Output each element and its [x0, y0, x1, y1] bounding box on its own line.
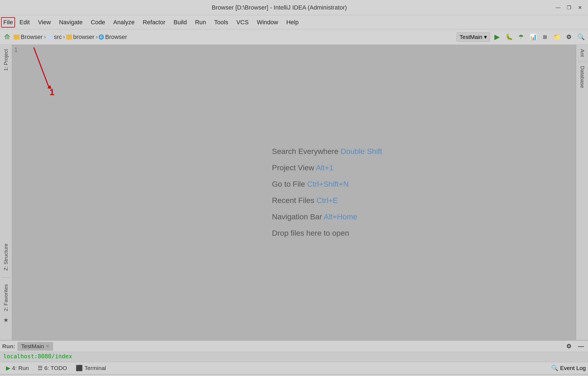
debug-button[interactable]: 🐛: [504, 32, 514, 42]
title-bar-text: Browser [D:\Browser] - IntelliJ IDEA (Ad…: [4, 4, 554, 11]
sidebar-item-structure[interactable]: Z: Structure: [2, 241, 10, 273]
src-folder-icon: [47, 35, 53, 40]
breadcrumb-class[interactable]: C Browser: [99, 34, 127, 41]
search-everywhere-button[interactable]: 🔍: [576, 32, 586, 42]
breadcrumb-src[interactable]: src: [47, 34, 62, 41]
hint-navigation-bar: Navigation Bar Alt+Home: [272, 213, 382, 221]
run-minimize-icon[interactable]: —: [576, 341, 586, 351]
run-tab-label: TestMain: [21, 343, 44, 350]
menu-item-window[interactable]: Window: [253, 17, 282, 28]
terminal-tab-icon: ⬛: [76, 365, 83, 371]
run-config-selector[interactable]: TestMain ▾: [457, 32, 490, 42]
run-output-text: localhost:8080/index: [3, 353, 72, 360]
toolbar: ⟰ Browser › src › browser › C Browser Te…: [0, 29, 588, 45]
bottom-tabs: ▶ 4: Run ☰ 6: TODO ⬛ Terminal 🔍 Event Lo…: [0, 362, 588, 374]
event-log-label: Event Log: [560, 365, 586, 371]
vcs-icon[interactable]: ⟰: [2, 32, 12, 42]
tab-run[interactable]: ▶ 4: Run: [2, 364, 33, 372]
right-sidebar-database[interactable]: Database: [578, 64, 586, 90]
hint-project-view: Project View Alt+1: [272, 163, 382, 172]
svg-marker-1: [47, 85, 51, 89]
menu-item-help[interactable]: Help: [283, 17, 302, 28]
line-numbers: 1: [12, 45, 28, 53]
right-sidebar-ant[interactable]: Ant: [578, 47, 586, 59]
menu-item-run[interactable]: Run: [191, 17, 210, 28]
toolbar-right: TestMain ▾ ▶ 🐛 ☂ 📊 ⏹ 📁 ⚙ 🔍: [457, 32, 586, 42]
run-label: Run:: [2, 343, 15, 350]
menu-bar: File Edit View Navigate Code Analyze Ref…: [0, 15, 588, 29]
sidebar-bottom: Z: Structure 2: Favorites ★: [2, 241, 10, 324]
tab-run-label: 4: Run: [12, 365, 29, 371]
tab-todo[interactable]: ☰ 6: TODO: [34, 364, 71, 372]
hint-goto-file: Go to File Ctrl+Shift+N: [272, 180, 382, 189]
class-icon: C: [99, 34, 104, 40]
run-tab-testmain[interactable]: TestMain ✕: [17, 342, 53, 351]
tab-terminal[interactable]: ⬛ Terminal: [72, 364, 110, 372]
left-sidebar: 1: Project Z: Structure 2: Favorites ★: [0, 45, 12, 340]
main-area: 1: Project Z: Structure 2: Favorites ★ 1…: [0, 45, 588, 340]
menu-item-edit[interactable]: Edit: [16, 17, 33, 28]
todo-tab-icon: ☰: [38, 365, 43, 371]
breadcrumb: Browser › src › browser › C Browser: [14, 34, 455, 41]
favorites-star-icon[interactable]: ★: [3, 317, 9, 324]
bottom-panel: Run: TestMain ✕ ⚙ — localhost:8080/index: [0, 340, 588, 362]
folder-icon: [14, 35, 20, 40]
tab-todo-label: 6: TODO: [44, 365, 67, 371]
menu-item-build[interactable]: Build: [170, 17, 191, 28]
run-settings-icon[interactable]: ⚙: [564, 341, 574, 351]
menu-item-refactor[interactable]: Refactor: [139, 17, 169, 28]
title-bar: Browser [D:\Browser] - IntelliJ IDEA (Ad…: [0, 0, 588, 15]
hint-drop-files: Drop files here to open: [272, 229, 382, 238]
search-event-log-icon: 🔍: [551, 365, 558, 371]
stop-button[interactable]: ⏹: [540, 32, 550, 42]
ide-settings-button[interactable]: ⚙: [564, 32, 574, 42]
run-tab-bar: Run: TestMain ✕ ⚙ —: [0, 341, 588, 352]
coverage-button[interactable]: ☂: [516, 32, 526, 42]
run-button[interactable]: ▶: [492, 32, 502, 42]
right-sidebar: Ant Database: [576, 45, 588, 340]
breadcrumb-browser[interactable]: browser: [66, 34, 94, 41]
sidebar-item-project[interactable]: 1: Project: [2, 47, 10, 73]
menu-item-tools[interactable]: Tools: [210, 17, 232, 28]
close-button[interactable]: ✕: [576, 4, 584, 11]
breadcrumb-browser-root[interactable]: Browser: [14, 34, 43, 41]
event-log-area[interactable]: 🔍 Event Log: [551, 365, 586, 371]
browser-folder-icon: [66, 35, 72, 40]
bottom-content: localhost:8080/index: [0, 352, 588, 362]
project-structure-button[interactable]: 📁: [552, 32, 562, 42]
menu-item-vcs[interactable]: VCS: [232, 17, 252, 28]
svg-line-0: [34, 47, 49, 87]
maximize-button[interactable]: ❐: [565, 4, 573, 11]
hint-recent-files: Recent Files Ctrl+E: [272, 196, 382, 205]
title-bar-controls: — ❐ ✕: [554, 4, 584, 11]
svg-text:1: 1: [50, 87, 54, 97]
editor-area[interactable]: 1 Search Everywhere Double Shift Project…: [12, 45, 576, 340]
menu-item-navigate[interactable]: Navigate: [55, 17, 87, 28]
hint-search-everywhere: Search Everywhere Double Shift: [272, 147, 382, 156]
profile-button[interactable]: 📊: [528, 32, 538, 42]
minimize-button[interactable]: —: [554, 4, 562, 11]
sidebar-item-favorites[interactable]: 2: Favorites: [2, 282, 10, 313]
menu-item-analyze[interactable]: Analyze: [109, 17, 138, 28]
menu-item-view[interactable]: View: [34, 17, 54, 28]
run-config-name: TestMain: [460, 34, 482, 40]
menu-item-file[interactable]: File: [1, 17, 15, 28]
status-bar: ✓ All files are up-to-date (today 17:01): [0, 374, 588, 376]
menu-item-code[interactable]: Code: [87, 17, 109, 28]
run-tab-icon: ▶: [6, 365, 10, 371]
run-config-chevron: ▾: [484, 34, 487, 40]
run-tab-close[interactable]: ✕: [46, 344, 49, 349]
tab-terminal-label: Terminal: [84, 365, 106, 371]
editor-placeholder: Search Everywhere Double Shift Project V…: [272, 147, 382, 238]
